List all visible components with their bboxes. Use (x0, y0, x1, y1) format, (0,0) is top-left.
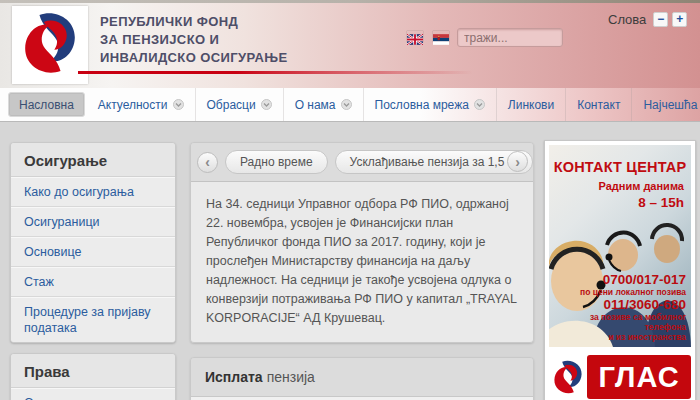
nav-item-label: Контакт (577, 98, 620, 112)
contact-center-banner[interactable]: КОНТАКТ ЦЕНТАР Радним данима 8 – 15h 070… (544, 140, 696, 400)
english-flag-icon[interactable] (407, 31, 423, 42)
glas-logo-band: ГЛАС (549, 351, 691, 400)
nav-item-links[interactable]: Линкови (497, 88, 566, 121)
font-decrease-button[interactable]: − (653, 12, 668, 27)
pio-swirl-icon (19, 11, 81, 79)
nav-item-label: Линкови (508, 98, 554, 112)
nav-item-label: Обрасци (207, 98, 256, 112)
banner-working-hours: 8 – 15h (638, 195, 684, 210)
chevron-down-icon (341, 99, 352, 110)
nav-item-news[interactable]: Актуелности (87, 88, 196, 121)
nav-item-home[interactable]: Насловна (8, 92, 85, 117)
pension-payment-box: Исплатапензија (190, 357, 534, 400)
serbian-flag-icon[interactable] (433, 31, 449, 42)
sidebar-section-title: Осигурање (11, 143, 175, 177)
org-title-line1: РЕПУБЛИЧКИ ФОНД (100, 13, 288, 31)
nav-item-label: Актуелности (98, 98, 168, 112)
page: РЕПУБЛИЧКИ ФОНД ЗА ПЕНЗИЈСКО И ИНВАЛИДСК… (0, 0, 700, 400)
pio-swirl-icon (549, 353, 587, 400)
pension-payment-title-rest: пензија (267, 369, 315, 385)
nav-item-about[interactable]: О нама (284, 88, 364, 121)
main-navigation: Насловна Актуелности Обрасци О нама Посл… (0, 88, 700, 122)
news-tab-working-hours[interactable]: Радно време (225, 150, 328, 174)
news-text: На 34. седници Управног одбора РФ ПИО, о… (206, 195, 518, 328)
nav-item-label: Пословна мрежа (375, 98, 469, 112)
phone-local: 0700/017-017 (549, 272, 686, 287)
org-title: РЕПУБЛИЧКИ ФОНД ЗА ПЕНЗИЈСКО И ИНВАЛИДСК… (100, 13, 288, 67)
header-red-divider (78, 71, 473, 74)
left-sidebar: Осигурање Како до осигурања Осигураници … (10, 142, 176, 400)
pio-logo[interactable] (12, 6, 88, 84)
nav-item-label: Најчешћа питања (643, 98, 700, 112)
font-increase-button[interactable]: + (672, 12, 687, 27)
sidebar-item-service-years[interactable]: Стаж (11, 267, 175, 297)
nav-item-contact[interactable]: Контакт (566, 88, 632, 121)
pension-payment-title: Исплатапензија (191, 358, 533, 397)
banner-title: КОНТАКТ ЦЕНТАР (549, 159, 691, 175)
top-border-strip (0, 0, 700, 3)
news-tab-pension-adjustment[interactable]: Усклађивање пензија за 1,5 % (335, 150, 533, 174)
header: РЕПУБЛИЧКИ ФОНД ЗА ПЕНЗИЈСКО И ИНВАЛИДСК… (0, 0, 700, 88)
main-content: ‹ Радно време Усклађивање пензија за 1,5… (190, 142, 534, 400)
pension-payment-title-bold: Исплата (205, 369, 263, 385)
nav-item-label: Насловна (19, 98, 74, 112)
chevron-down-icon (261, 99, 272, 110)
news-box: ‹ Радно време Усклађивање пензија за 1,5… (190, 142, 534, 343)
sidebar-item-bases[interactable]: Основице (11, 237, 175, 267)
sidebar-section-title: Права (11, 354, 175, 388)
phone-mobile-note1: за позиве са мобилног телефона (549, 312, 686, 332)
nav-item-faq[interactable]: Најчешћа питања (632, 88, 700, 121)
carousel-prev-button[interactable]: ‹ (197, 152, 218, 173)
nav-item-label: О нама (295, 98, 336, 112)
chevron-down-icon (173, 99, 184, 110)
glas-wordmark: ГЛАС (587, 355, 691, 399)
banner-phone-numbers: 0700/017-017 по цени локалног позива 011… (549, 272, 686, 342)
font-size-controls: Слова − + (608, 12, 687, 27)
carousel-next-button[interactable]: › (507, 151, 528, 172)
phone-mobile-note2: и из иностранства (549, 332, 686, 342)
nav-item-forms[interactable]: Обрасци (196, 88, 284, 121)
call-center-photo: КОНТАКТ ЦЕНТАР Радним данима 8 – 15h 070… (549, 145, 691, 347)
nav-item-business-network[interactable]: Пословна мрежа (364, 88, 497, 121)
sidebar-item-insured-persons[interactable]: Осигураници (11, 207, 175, 237)
news-body: На 34. седници Управног одбора РФ ПИО, о… (191, 182, 533, 342)
org-title-line3: ИНВАЛИДСКО ОСИГУРАЊЕ (100, 49, 288, 67)
sidebar-section-rights: Права Остваривање права Старосна пензија (10, 353, 176, 400)
phone-local-note: по цени локалног позива (549, 287, 686, 297)
font-size-label: Слова (608, 12, 646, 27)
banner-subtitle: Радним данима (598, 180, 684, 192)
sidebar-item-how-to-insure[interactable]: Како до осигурања (11, 177, 175, 207)
sidebar-section-insurance: Осигурање Како до осигурања Осигураници … (10, 142, 176, 343)
chevron-down-icon (474, 99, 485, 110)
news-carousel: ‹ Радно време Усклађивање пензија за 1,5… (191, 143, 533, 182)
sidebar-item-data-procedures[interactable]: Процедуре за пријаву података (11, 297, 175, 342)
phone-mobile: 011/3060-680 (549, 297, 686, 312)
org-title-line2: ЗА ПЕНЗИЈСКО И (100, 31, 288, 49)
sidebar-item-exercising-rights[interactable]: Остваривање права (11, 388, 175, 400)
search-input[interactable] (457, 28, 563, 47)
